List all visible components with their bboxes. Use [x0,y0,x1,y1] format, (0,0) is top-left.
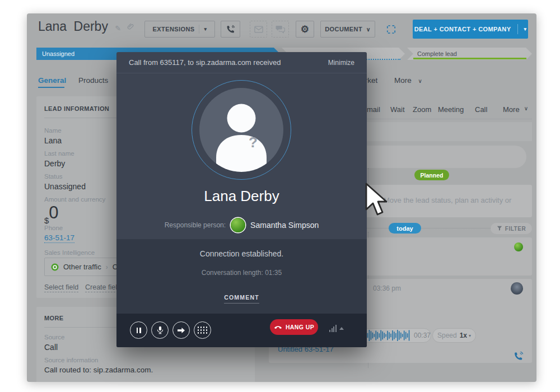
traffic-source-label: Other traffic [63,263,101,271]
chevron-down-icon: ∨ [524,105,528,114]
tab-products[interactable]: Products [78,76,108,85]
gear-icon: ⚙ [301,24,310,35]
more-panel-title: MORE [44,315,64,321]
activity-actions-row: E-mail Wait Zoom Meeting Call More ∨ [360,105,528,114]
planned-badge: Planned [414,170,449,180]
mail-icon [254,26,263,33]
chevron-down-icon: ▾ [204,26,207,32]
traffic-source-icon [51,263,59,271]
responsible-name[interactable]: Samantha Simpson [250,221,319,230]
incoming-call-icon [513,351,524,362]
responsible-avatar [231,218,245,232]
page-title: Lana Derby ✎ [38,19,134,34]
chevron-down-icon: ∨ [366,26,371,32]
lead-info-title: LEAD INFORMATION [44,105,109,112]
tab-general[interactable]: General [38,76,66,85]
unknown-question-mark: ? [249,134,258,151]
settings-button[interactable]: ⚙ [296,21,314,38]
avatar [511,282,523,295]
extensions-button[interactable]: EXTENSIONS ▾ [144,21,215,38]
transfer-button[interactable] [172,321,190,339]
sales-intel-label: Sales Intelligence [44,249,95,256]
expand-icon [386,24,396,35]
forward-arrow-icon [177,327,185,334]
comment-button[interactable]: COMMENT [224,294,259,304]
avatar [514,242,523,251]
lead-first-name: Lana [38,19,67,34]
microphone-icon [156,326,164,334]
hang-up-button[interactable]: HANG UP [270,319,318,335]
action-more[interactable]: More [503,105,520,114]
action-meeting[interactable]: Meeting [438,105,475,114]
button-divider [199,25,199,34]
call-status-section: Connection established. Conversation len… [116,239,367,314]
call-controls-bar: HANG UP [116,314,367,347]
field-amount-label: Amount and currency [44,196,105,203]
today-badge[interactable]: today [389,223,421,234]
select-field-link[interactable]: Select field [44,283,78,292]
pause-icon [137,328,141,333]
edit-pencil-icon[interactable]: ✎ [115,24,121,32]
action-zoom[interactable]: Zoom [413,105,438,114]
speed-label: Speed [437,332,457,339]
field-status-label: Status [44,173,63,180]
funnel-icon [497,226,502,231]
field-name-value[interactable]: Lana [44,136,62,145]
hangup-phone-icon [274,325,282,329]
call-popup-title: Call from 635117, to sip.zadarma.com rec… [129,58,281,67]
chat-icon [276,25,285,34]
stage-unassigned-label: Unassigned [36,50,74,57]
mute-button[interactable] [151,321,169,339]
action-call[interactable]: Call [475,105,503,114]
chevron-down-icon: ∨ [418,78,422,84]
expand-view-button[interactable] [382,21,400,38]
hint-text: Move the lead status, plan an activity o… [384,196,511,204]
create-deal-label: DEAL + CONTACT + COMPANY [414,26,511,32]
create-deal-button[interactable]: DEAL + CONTACT + COMPANY ▾ [413,20,528,39]
responsible-label: Responsible person: [165,221,226,229]
phone-link[interactable]: 63-51-17 [44,234,74,243]
hang-up-label: HANG UP [286,324,314,330]
field-status-value[interactable]: Unassigned [44,182,86,191]
comment-button-wrap: COMMENT [116,292,367,304]
field-amount-value[interactable]: $0 [44,203,59,225]
lead-last-name: Derby [74,19,108,34]
source-info-value[interactable]: Call routed to: sip.zadarma.com. [44,366,153,374]
source-value[interactable]: Call [44,343,58,352]
source-label: Source [44,334,64,340]
callee-name: Lana Derby [116,188,367,205]
call-button[interactable] [221,21,240,38]
link-icon[interactable] [127,22,134,30]
field-lastname-value[interactable]: Derby [44,159,65,168]
playback-speed-button[interactable]: Speed 1x ▾ [432,328,476,343]
connection-quality-icon[interactable] [329,325,344,332]
audio-duration: 00:37 [414,332,431,339]
button-divider [517,24,518,34]
document-button[interactable]: DOCUMENT ∨ [320,21,375,38]
call-status-text: Connection established. [116,249,367,258]
dialpad-button[interactable] [194,321,211,339]
person-silhouette-icon [199,88,283,172]
minimize-button[interactable]: Minimize [328,59,354,67]
keypad-icon [198,326,208,334]
speed-value: 1x [460,332,467,339]
field-name-label: Name [44,127,62,134]
timeline-connector [368,363,368,368]
filter-button[interactable]: FILTER [491,223,532,234]
field-lastname-label: Last name [44,150,74,157]
screen: Lana Derby ✎ EXTENSIONS ▾ ⚙ DOCUMENT [0,0,560,392]
tab-more[interactable]: More ∨ [394,76,422,85]
entry-timestamp: 03:36 pm [373,284,401,292]
pause-button[interactable] [130,321,147,339]
phone-icon [226,25,235,34]
call-popup: Call from 635117, to sip.zadarma.com rec… [116,52,367,347]
callee-avatar: ? [199,88,283,172]
source-info-label: Source information [44,357,99,363]
field-phone-label: Phone [44,225,63,231]
email-button[interactable] [250,21,267,38]
tab-general-underline [38,87,64,88]
action-wait[interactable]: Wait [390,105,413,114]
chat-button[interactable] [272,21,289,38]
create-field-link[interactable]: Create field [85,283,121,292]
call-duration-text: Conversation length: 01:35 [116,269,367,277]
